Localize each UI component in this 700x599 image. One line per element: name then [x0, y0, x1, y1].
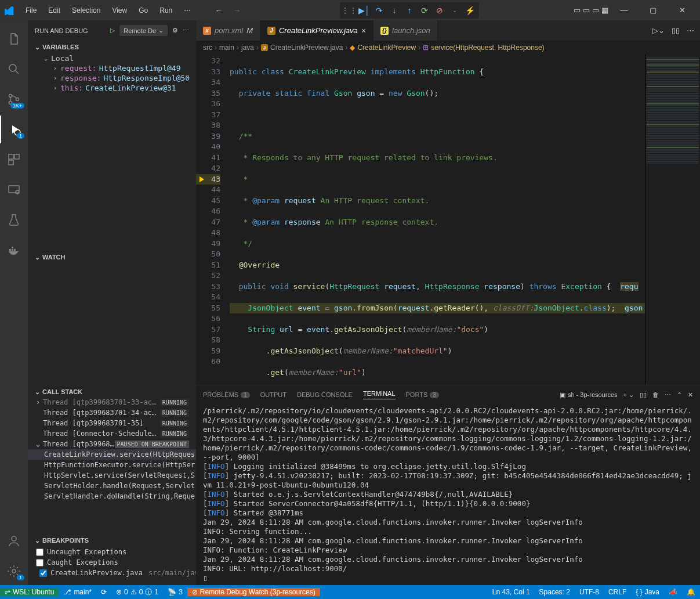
- menu-file[interactable]: File: [21, 4, 41, 17]
- window-maximize[interactable]: ▢: [640, 0, 666, 20]
- activity-remote[interactable]: [0, 176, 28, 204]
- activity-explorer[interactable]: [0, 25, 28, 53]
- status-encoding[interactable]: UTF-8: [575, 588, 604, 596]
- customize-layout[interactable]: ▦: [601, 6, 608, 15]
- json-file-icon: {}: [380, 27, 389, 35]
- debug-drag-handle[interactable]: ⋮⋮: [342, 3, 356, 17]
- status-ports[interactable]: 📡 3: [163, 588, 187, 596]
- toggle-panel-right[interactable]: ▭: [592, 6, 599, 15]
- menu-selection[interactable]: Selection: [67, 4, 105, 17]
- bp-caught[interactable]: Caught Exceptions: [28, 557, 196, 568]
- breadcrumbs[interactable]: src› main› java› J CreateLinkPreview.jav…: [196, 41, 700, 55]
- watch-header[interactable]: ⌄WATCH: [28, 251, 196, 264]
- menu-more[interactable]: ⋯: [179, 4, 195, 17]
- editor-more-icon[interactable]: ⋯: [687, 26, 694, 35]
- status-spaces[interactable]: Spaces: 2: [535, 588, 575, 596]
- breakpoints-header[interactable]: ⌄BREAKPOINTS: [28, 534, 196, 547]
- terminal-select[interactable]: ▣ sh - 3p-resources: [560, 391, 618, 399]
- status-sync[interactable]: ⟳: [96, 588, 111, 596]
- callstack-header[interactable]: ⌄CALL STACK: [28, 385, 196, 398]
- activity-account[interactable]: [0, 527, 28, 555]
- toggle-panel-bottom[interactable]: ▭: [583, 6, 590, 15]
- thread-row-paused[interactable]: ⌄Thread [qtp39968...PAUSED ON BREAKPOINT: [28, 439, 196, 449]
- variable-row[interactable]: ›response: HttpResponseImpl@50: [28, 73, 196, 83]
- debug-config-gear-icon[interactable]: ⚙: [172, 27, 178, 34]
- toggle-panel-left[interactable]: ▭: [574, 6, 581, 15]
- variable-row[interactable]: ›this: CreateLinkPreview@31: [28, 83, 196, 93]
- editor-tabs: xpom.xmlM JCreateLinkPreview.java× {}lau…: [196, 20, 700, 41]
- tab-pom[interactable]: xpom.xmlM: [196, 20, 260, 41]
- run-button-icon[interactable]: ▷⌄: [652, 26, 665, 35]
- activity-settings[interactable]: 1: [0, 557, 28, 585]
- thread-row[interactable]: Thread [qtp399683701-34-acce...RUNNING: [28, 407, 196, 418]
- debug-more-icon[interactable]: ⋯: [183, 27, 189, 34]
- nav-back[interactable]: ←: [211, 4, 227, 17]
- bp-uncaught[interactable]: Uncaught Exceptions: [28, 547, 196, 557]
- line-gutter[interactable]: 32333435 36373839 404142 43 44454647 484…: [196, 55, 225, 385]
- stack-frame[interactable]: ServletHolder.handle(Request,Servlet: [28, 481, 196, 491]
- status-remote[interactable]: ⇌ WSL: Ubuntu: [0, 588, 59, 596]
- window-close[interactable]: ✕: [669, 0, 695, 20]
- thread-row[interactable]: ›Thread [qtp399683701-33-acce...RUNNING: [28, 398, 196, 407]
- status-eol[interactable]: CRLF: [604, 588, 631, 596]
- tab-output[interactable]: OUTPUT: [260, 391, 286, 398]
- debug-disconnect[interactable]: ⊘: [433, 3, 447, 17]
- tab-launch[interactable]: {}launch.json: [373, 20, 438, 41]
- activity-extensions[interactable]: [0, 146, 28, 174]
- minimap[interactable]: [645, 55, 700, 385]
- tab-createlinkpreview[interactable]: JCreateLinkPreview.java×: [260, 20, 373, 41]
- activity-search[interactable]: [0, 55, 28, 83]
- window-minimize[interactable]: —: [611, 0, 637, 20]
- tab-terminal[interactable]: TERMINAL: [363, 390, 396, 399]
- menu-view[interactable]: View: [107, 4, 132, 17]
- start-debug-button[interactable]: ▷: [110, 27, 115, 34]
- nav-forward[interactable]: →: [229, 4, 245, 17]
- debug-step-over[interactable]: ↷: [372, 3, 386, 17]
- activity-debug[interactable]: 1: [0, 116, 28, 143]
- status-debug[interactable]: ⊘ Remote Debug Watch (3p-resources): [187, 588, 320, 596]
- thread-row[interactable]: Thread [Connector-Scheduler-...RUNNING: [28, 428, 196, 439]
- activity-docker[interactable]: [0, 236, 28, 264]
- activity-scm[interactable]: 1K+: [0, 85, 28, 113]
- variable-row[interactable]: ›request: HttpRequestImpl@49: [28, 63, 196, 73]
- debug-more-dropdown[interactable]: ⌄: [448, 3, 462, 17]
- status-bell-icon[interactable]: 🔔: [682, 588, 700, 596]
- new-terminal-icon[interactable]: + ⌄: [623, 391, 634, 399]
- panel-close-icon[interactable]: ✕: [688, 391, 693, 399]
- code-area[interactable]: 32333435 36373839 404142 43 44454647 484…: [196, 55, 700, 385]
- activity-testing[interactable]: [0, 206, 28, 234]
- status-feedback-icon[interactable]: 📣: [664, 588, 682, 596]
- tab-ports[interactable]: PORTS3: [406, 391, 439, 398]
- panel-more-icon[interactable]: ⋯: [665, 391, 671, 399]
- stack-frame[interactable]: CreateLinkPreview.service(HttpReques: [28, 449, 196, 460]
- stack-frame[interactable]: HttpServlet.service(ServletRequest,S: [28, 470, 196, 481]
- debug-continue[interactable]: ▶│: [357, 3, 371, 17]
- thread-row[interactable]: Thread [qtp399683701-35]RUNNING: [28, 418, 196, 428]
- menu-edit[interactable]: Edit: [43, 4, 65, 17]
- debug-hot-reload[interactable]: ⚡: [463, 3, 477, 17]
- menu-go[interactable]: Go: [134, 4, 153, 17]
- variables-local-scope[interactable]: Local: [51, 54, 74, 63]
- kill-terminal-icon[interactable]: 🗑: [652, 391, 659, 398]
- stack-frame[interactable]: HttpFunctionExecutor.service(HttpSer: [28, 460, 196, 470]
- status-problems[interactable]: ⊗ 0 ⚠ 0 ⓘ 1: [111, 587, 163, 597]
- status-branch[interactable]: ⎇ main*: [59, 588, 96, 596]
- code-content[interactable]: public class CreateLinkPreview implement…: [225, 55, 645, 385]
- debug-config-select[interactable]: Remote De ⌄: [119, 25, 168, 36]
- tab-debug-console[interactable]: DEBUG CONSOLE: [297, 391, 353, 398]
- status-ln-col[interactable]: Ln 43, Col 1: [488, 588, 535, 596]
- bp-file[interactable]: CreateLinkPreview.java src/main/java43: [28, 568, 196, 578]
- stack-frame[interactable]: ServletHandler.doHandle(String,Reque: [28, 491, 196, 501]
- status-lang[interactable]: { } Java: [631, 588, 664, 596]
- panel-maximize-icon[interactable]: ⌃: [677, 391, 682, 399]
- tab-problems[interactable]: PROBLEMS1: [203, 391, 250, 398]
- debug-step-into[interactable]: ↓: [387, 3, 401, 17]
- close-tab-icon[interactable]: ×: [361, 26, 366, 35]
- debug-step-out[interactable]: ↑: [402, 3, 416, 17]
- terminal-output[interactable]: /pierrick/.m2/repository/io/cloudevents/…: [196, 404, 700, 585]
- menu-run[interactable]: Run: [155, 4, 177, 17]
- variables-header[interactable]: ⌄VARIABLES: [28, 41, 196, 53]
- split-editor-icon[interactable]: ▯▯: [672, 26, 680, 35]
- split-terminal-icon[interactable]: ▯▯: [640, 391, 647, 399]
- debug-restart[interactable]: ⟳: [418, 3, 431, 17]
